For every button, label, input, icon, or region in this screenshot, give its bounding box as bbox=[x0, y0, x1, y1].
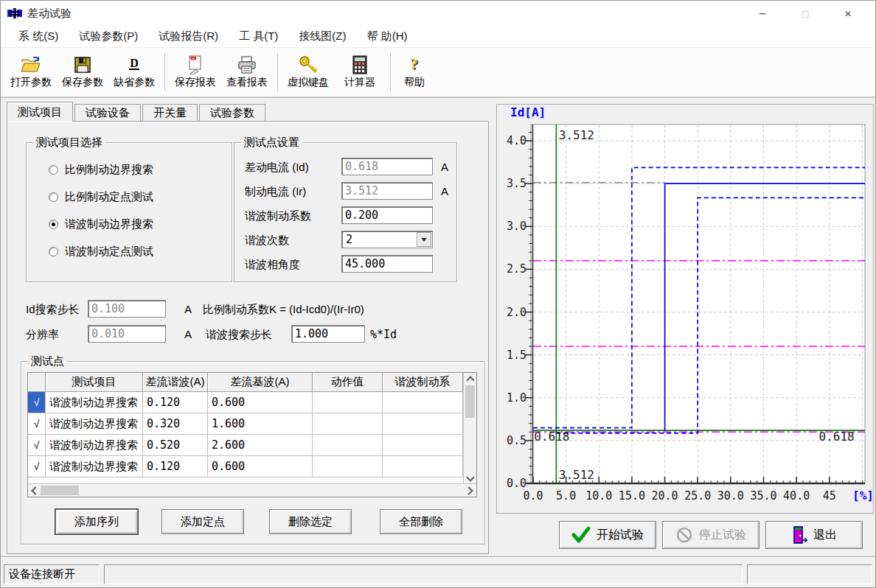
exit-icon bbox=[791, 525, 807, 545]
close-button[interactable]: ✕ bbox=[827, 1, 869, 26]
table-cell bbox=[383, 435, 463, 456]
harmonic-step-input[interactable] bbox=[291, 325, 365, 343]
toolbar-button-view-report[interactable]: 查看报表 bbox=[221, 50, 273, 94]
button-添加定点[interactable]: 添加定点 bbox=[161, 509, 244, 534]
status-bar: 设备连接断开 bbox=[1, 559, 875, 588]
field-input-4[interactable] bbox=[341, 255, 433, 273]
field-input-0 bbox=[341, 158, 433, 175]
row-check-cell[interactable]: √ bbox=[28, 392, 46, 413]
toolbar-button-default-params[interactable]: D缺省参数 bbox=[108, 50, 160, 94]
radio-谐波制动定点测试[interactable]: 谐波制动定点测试 bbox=[49, 244, 153, 259]
table-cell: 0.120 bbox=[143, 392, 208, 413]
stop-icon bbox=[675, 526, 693, 544]
svg-text:3.512: 3.512 bbox=[559, 128, 594, 142]
svg-text:45: 45 bbox=[823, 489, 836, 503]
maximize-button: □ bbox=[784, 1, 827, 26]
tab-测试项目[interactable]: 测试项目 bbox=[7, 102, 73, 122]
field-input-2[interactable] bbox=[341, 206, 433, 224]
column-header: 动作值 bbox=[313, 373, 383, 392]
field-label: 谐波次数 bbox=[245, 234, 289, 248]
row-check-cell[interactable]: √ bbox=[28, 413, 46, 435]
field-label: 谐波相角度 bbox=[245, 258, 300, 272]
table-row[interactable]: √谐波制动边界搜索0.5202.600 bbox=[28, 435, 476, 456]
radio-比例制动定点测试[interactable]: 比例制动定点测试 bbox=[49, 189, 153, 204]
svg-text:35.0: 35.0 bbox=[750, 489, 776, 503]
svg-text:?: ? bbox=[410, 55, 418, 73]
tab-试验设备[interactable]: 试验设备 bbox=[74, 104, 141, 122]
menu-item[interactable]: 试验报告(R) bbox=[148, 27, 229, 46]
action-button-停止试验: 停止试验 bbox=[662, 521, 759, 549]
test-points-group: 测试点 测试项目差流谐波(A)差流基波(A)动作值谐波制动系√谐波制动边界搜索0… bbox=[21, 361, 485, 545]
menu-item[interactable]: 工 具(T) bbox=[229, 27, 288, 46]
table-vscrollbar[interactable] bbox=[463, 373, 476, 485]
menu-item[interactable]: 帮 助(H) bbox=[356, 27, 417, 46]
table-cell: 2.600 bbox=[208, 435, 313, 456]
table-cell: 0.600 bbox=[208, 392, 313, 413]
vscroll-thumb[interactable] bbox=[465, 385, 475, 418]
svg-text:2.5: 2.5 bbox=[507, 262, 526, 276]
title-bar: 差动试验 — □ ✕ bbox=[1, 1, 875, 26]
svg-text:0.0: 0.0 bbox=[507, 477, 526, 490]
tab-试验参数[interactable]: 试验参数 bbox=[199, 104, 265, 122]
button-全部删除[interactable]: 全部删除 bbox=[380, 509, 462, 534]
svg-text:4.0: 4.0 bbox=[507, 134, 526, 147]
svg-text:30.0: 30.0 bbox=[717, 489, 744, 503]
column-header: 测试项目 bbox=[46, 373, 143, 392]
harmonic-step-label: 谐波搜索步长 bbox=[206, 328, 272, 342]
resolution-unit: A bbox=[184, 328, 192, 340]
hscroll-thumb[interactable] bbox=[41, 486, 79, 495]
resolution-input bbox=[88, 325, 166, 343]
field-input-1 bbox=[341, 182, 433, 200]
action-button-退出[interactable]: 退出 bbox=[765, 521, 863, 549]
action-button-开始试验[interactable]: 开始试验 bbox=[559, 521, 656, 549]
radio-谐波制动边界搜索[interactable]: 谐波制动边界搜索 bbox=[49, 217, 153, 231]
minimize-button[interactable]: — bbox=[741, 1, 784, 26]
svg-text:0.0: 0.0 bbox=[523, 489, 543, 503]
harmonic-step-unit: %*Id bbox=[370, 328, 397, 341]
scroll-up-icon[interactable] bbox=[464, 373, 476, 385]
table-cell: 谐波制动边界搜索 bbox=[46, 392, 143, 413]
test-point-settings-group: 测试点设置 差动电流 (Id)A制动电流 (Ir)A谐波制动系数谐波次数2谐波相… bbox=[234, 142, 457, 282]
toolbar-button-keyboard[interactable]: 虚拟键盘 bbox=[282, 50, 334, 94]
menu-item[interactable]: 系 统(S) bbox=[8, 27, 69, 46]
radio-比例制动边界搜索[interactable]: 比例制动边界搜索 bbox=[49, 162, 153, 177]
table-cell: 1.600 bbox=[208, 413, 313, 435]
group-title: 测试项目选择 bbox=[33, 136, 105, 150]
radio-circle-icon bbox=[49, 247, 58, 256]
row-check-cell[interactable]: √ bbox=[28, 456, 46, 477]
id-step-label: Id搜索步长 bbox=[26, 303, 80, 317]
field-label: 差动电流 (Id) bbox=[245, 161, 309, 175]
table-row[interactable]: √谐波制动边界搜索0.1200.600 bbox=[28, 456, 476, 477]
table-hscrollbar[interactable] bbox=[28, 483, 476, 497]
group-title: 测试点 bbox=[28, 354, 67, 368]
chevron-down-icon[interactable] bbox=[417, 232, 431, 247]
status-panel bbox=[104, 564, 743, 584]
toolbar-button-open-folder[interactable]: 打开参数 bbox=[5, 50, 57, 94]
scroll-left-icon[interactable] bbox=[28, 484, 40, 497]
svg-text:1.5: 1.5 bbox=[507, 349, 526, 362]
boundary-chart: 0.05.010.015.020.025.030.035.040.0450.00… bbox=[497, 105, 873, 513]
ratio-formula: 比例制动系数K = (Id-Icd0)/(Ir-Ir0) bbox=[203, 303, 364, 317]
toolbar-button-help[interactable]: ??帮助 bbox=[395, 50, 434, 94]
button-删除选定[interactable]: 删除选定 bbox=[269, 509, 352, 534]
column-header: 差流谐波(A) bbox=[143, 373, 208, 392]
svg-text:D: D bbox=[130, 57, 139, 69]
scroll-right-icon[interactable] bbox=[465, 484, 476, 497]
toolbar-button-save-report[interactable]: EXL保存报表 bbox=[170, 50, 221, 94]
id-step-unit: A bbox=[184, 303, 192, 315]
menu-item[interactable]: 接线图(Z) bbox=[288, 27, 356, 46]
button-添加序列[interactable]: 添加序列 bbox=[55, 509, 138, 534]
toolbar-button-calculator[interactable]: 计算器 bbox=[334, 50, 386, 94]
tab-开关量[interactable]: 开关量 bbox=[142, 104, 198, 122]
table-row[interactable]: √谐波制动边界搜索0.3201.600 bbox=[28, 413, 476, 435]
svg-text:0.618: 0.618 bbox=[534, 430, 569, 444]
menu-item[interactable]: 试验参数(P) bbox=[69, 27, 148, 46]
table-row[interactable]: √谐波制动边界搜索0.1200.600 bbox=[28, 392, 476, 413]
harmonic-order-select[interactable]: 2 bbox=[341, 231, 433, 248]
toolbar: 打开参数保存参数D缺省参数EXL保存报表查看报表虚拟键盘计算器??帮助 bbox=[1, 48, 875, 98]
row-check-cell[interactable]: √ bbox=[28, 435, 46, 456]
toolbar-separator bbox=[390, 53, 391, 91]
help-icon: ?? bbox=[404, 55, 425, 74]
toolbar-button-save[interactable]: 保存参数 bbox=[57, 50, 108, 94]
app-window: 差动试验 — □ ✕ 系 统(S)试验参数(P)试验报告(R)工 具(T)接线图… bbox=[0, 0, 876, 588]
